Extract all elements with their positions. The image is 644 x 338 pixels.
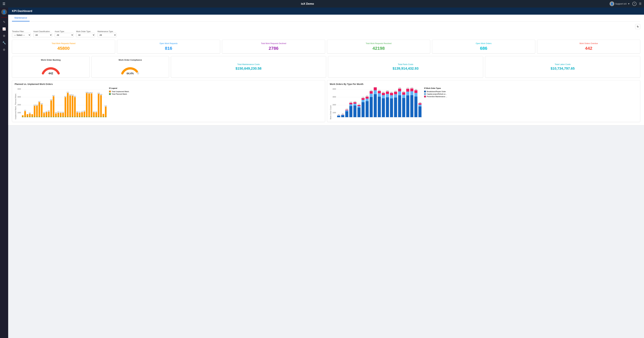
svg-rect-65 xyxy=(349,104,352,106)
hamburger-icon[interactable]: ☰ xyxy=(2,2,5,6)
svg-text:4000: 4000 xyxy=(332,88,336,90)
chart1-bar-unplanned-27 xyxy=(86,93,88,117)
maintenance-cost-label: Total Maintenance Costs xyxy=(237,63,260,66)
svg-rect-101 xyxy=(386,94,389,97)
kpi-label-4: Open Work Orders xyxy=(434,42,533,45)
svg-rect-64 xyxy=(349,106,352,117)
chart1-dot-planned-12 xyxy=(51,117,52,117)
kpi-row2: Work Order Backlog 442 Work Order Compli… xyxy=(12,56,640,78)
chart1-y-label: Unplanned Maint., Planned Maint. xyxy=(14,87,16,119)
chart1-dot-planned-18 xyxy=(65,117,66,117)
timeline-filter-select[interactable]: --- Select --- xyxy=(12,33,31,37)
svg-text:1823: 1823 xyxy=(40,103,43,104)
page-header: KPI Dashboard xyxy=(8,8,644,15)
svg-rect-124 xyxy=(410,95,413,117)
legend-box-planned: ✓ xyxy=(109,93,111,95)
legend-label-preventive: Preventive Maintenance ... xyxy=(427,96,447,97)
svg-text:631: 631 xyxy=(79,111,81,113)
chart1-dot-planned-27 xyxy=(86,117,87,117)
labor-cost-value: $10,734,797.65 xyxy=(550,66,575,71)
svg-rect-57 xyxy=(341,115,344,115)
asset-classification-select[interactable]: All xyxy=(33,33,52,37)
sidebar-item-gear2[interactable]: ⚙ xyxy=(1,33,7,39)
svg-rect-126 xyxy=(410,89,413,91)
svg-rect-70 xyxy=(354,102,356,104)
chart1-bar-unplanned-31 xyxy=(96,112,97,117)
svg-rect-58 xyxy=(341,115,344,115)
chart1-dot-planned-28 xyxy=(89,117,90,117)
sidebar-item-settings[interactable]: ⚙ xyxy=(1,47,7,53)
svg-rect-56 xyxy=(341,115,344,117)
refresh-button[interactable]: ↻ xyxy=(635,24,640,29)
chart2-legend: ☑ Work Order Types ✓ Breakdown/Repair Or… xyxy=(424,87,447,119)
svg-rect-82 xyxy=(366,97,368,99)
svg-text:442: 442 xyxy=(48,72,53,75)
svg-text:618: 618 xyxy=(62,112,64,113)
chart1-dot-planned-1 xyxy=(25,117,26,117)
help-button[interactable]: ? xyxy=(632,2,636,6)
chart1-dot-planned-16 xyxy=(60,117,61,117)
svg-text:263: 263 xyxy=(338,114,340,115)
maintenance-type-select[interactable]: All xyxy=(98,33,116,37)
svg-rect-61 xyxy=(345,110,348,111)
svg-text:1522: 1522 xyxy=(104,105,107,106)
svg-text:536: 536 xyxy=(55,112,57,113)
svg-rect-66 xyxy=(349,103,352,104)
sidebar-item-chart[interactable]: 📈 xyxy=(1,26,7,32)
chart1-bar-unplanned-10 xyxy=(46,112,47,117)
svg-rect-80 xyxy=(366,101,368,117)
kpi-card-0: Total Work Requests Raised 45800 xyxy=(12,40,115,54)
svg-text:3683: 3683 xyxy=(386,90,389,91)
legend-box-capital: ✓ xyxy=(424,93,426,95)
svg-text:2145: 2145 xyxy=(354,101,356,102)
sidebar: 👤 ✎ 📈 ⚙ 🔧 ⚙ xyxy=(0,8,8,338)
svg-rect-89 xyxy=(374,90,377,94)
app-menu-icon[interactable]: ☰ xyxy=(639,2,642,6)
kpi-label-1: Open Work Requests xyxy=(119,42,218,45)
chart1-bar-unplanned-8 xyxy=(41,104,42,117)
total-parts-costs-card: Total Parts Costs $139,914,432.93 xyxy=(328,56,483,78)
chart2-area: 4000 3000 2000 1000 26336510632059214517… xyxy=(332,87,423,119)
svg-text:2157: 2157 xyxy=(38,101,40,102)
sidebar-item-dashboard[interactable]: ✎ xyxy=(1,19,7,25)
svg-rect-113 xyxy=(398,91,401,95)
chart1-dot-planned-35 xyxy=(105,117,106,117)
chart1-bar-unplanned-30 xyxy=(93,112,95,117)
filter-row: Timeline Filter: --- Select --- Asset Cl… xyxy=(12,30,640,37)
svg-text:3571: 3571 xyxy=(402,91,405,92)
svg-rect-120 xyxy=(406,95,409,117)
parts-cost-value: $139,914,432.93 xyxy=(392,66,418,71)
chart1-dot-planned-21 xyxy=(72,117,73,117)
chart1-bar-unplanned-5 xyxy=(34,106,36,117)
compliance-gauge: 64.4% xyxy=(120,62,140,75)
svg-text:2746: 2746 xyxy=(362,97,364,98)
svg-rect-106 xyxy=(390,93,393,95)
chart1-dot-planned-19 xyxy=(68,117,68,117)
chart1-bar-unplanned-7 xyxy=(38,102,40,117)
chart1-dot-planned-25 xyxy=(82,117,82,117)
chart1-bar-unplanned-12 xyxy=(50,100,52,117)
svg-text:589: 589 xyxy=(43,112,45,113)
svg-rect-54 xyxy=(337,115,340,115)
chart1-dot-planned-32 xyxy=(98,117,99,117)
svg-text:4090: 4090 xyxy=(398,87,401,89)
tab-maintenance[interactable]: Maintenance xyxy=(12,15,30,22)
chart1-dot-planned-20 xyxy=(70,117,70,117)
kpi-panel: Maintenance ↻ Timeline Filter: --- Selec… xyxy=(8,15,644,125)
kpi-label-5: Work Orders Overdue xyxy=(539,42,638,45)
user-menu[interactable]: 👤 Support ioX ▼ xyxy=(610,2,630,6)
work-order-type-select[interactable]: All xyxy=(76,33,95,37)
svg-rect-102 xyxy=(386,91,389,94)
total-labor-costs-card: Total Labor Costs $10,734,797.65 xyxy=(485,56,640,78)
kpi-card-3: Total Work Requests Resolved 42198 xyxy=(327,40,430,54)
svg-text:3487: 3487 xyxy=(390,92,393,93)
svg-rect-52 xyxy=(337,116,340,117)
chart1-dot-planned-22 xyxy=(74,117,75,117)
svg-rect-133 xyxy=(418,105,421,106)
svg-rect-125 xyxy=(410,91,413,95)
chart1-bar-unplanned-21 xyxy=(72,96,74,117)
legend-label-breakdown: Breakdown/Repair Order xyxy=(427,91,446,92)
asset-type-select[interactable]: All xyxy=(55,33,74,37)
kpi-value-4: 686 xyxy=(434,46,533,51)
sidebar-item-tools[interactable]: 🔧 xyxy=(1,40,7,46)
